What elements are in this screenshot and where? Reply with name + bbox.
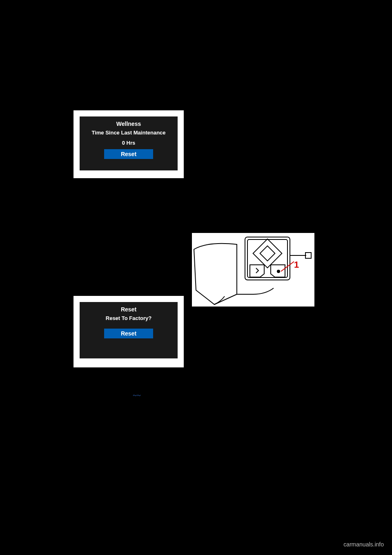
reset-subtitle: Reset To Factory? — [85, 315, 173, 321]
wellness-subtitle: Time Since Last Maintenance — [85, 130, 173, 136]
svg-rect-0 — [245, 237, 290, 280]
svg-rect-3 — [260, 246, 275, 261]
wellness-screen: Wellness Time Since Last Maintenance 0 H… — [74, 110, 184, 178]
watermark: carmanuals.info — [343, 541, 384, 548]
callout-1: 1 — [294, 260, 299, 270]
svg-rect-2 — [253, 239, 282, 268]
separator-glyph: ~~ — [133, 392, 140, 400]
page: Wellness Time Since Last Maintenance 0 H… — [0, 0, 392, 555]
reset-screen-inner: Reset Reset To Factory? Reset — [80, 302, 178, 358]
wellness-title: Wellness — [85, 121, 173, 127]
wellness-value: 0 Hrs — [85, 140, 173, 146]
wellness-screen-inner: Wellness Time Since Last Maintenance 0 H… — [80, 116, 178, 170]
svg-rect-1 — [247, 239, 287, 278]
svg-rect-5 — [305, 253, 311, 258]
factory-reset-button[interactable]: Reset — [104, 329, 153, 338]
wellness-reset-button[interactable]: Reset — [104, 149, 153, 159]
svg-point-4 — [277, 270, 280, 273]
reset-screen: Reset Reset To Factory? Reset — [74, 296, 184, 367]
reset-title: Reset — [85, 306, 173, 313]
